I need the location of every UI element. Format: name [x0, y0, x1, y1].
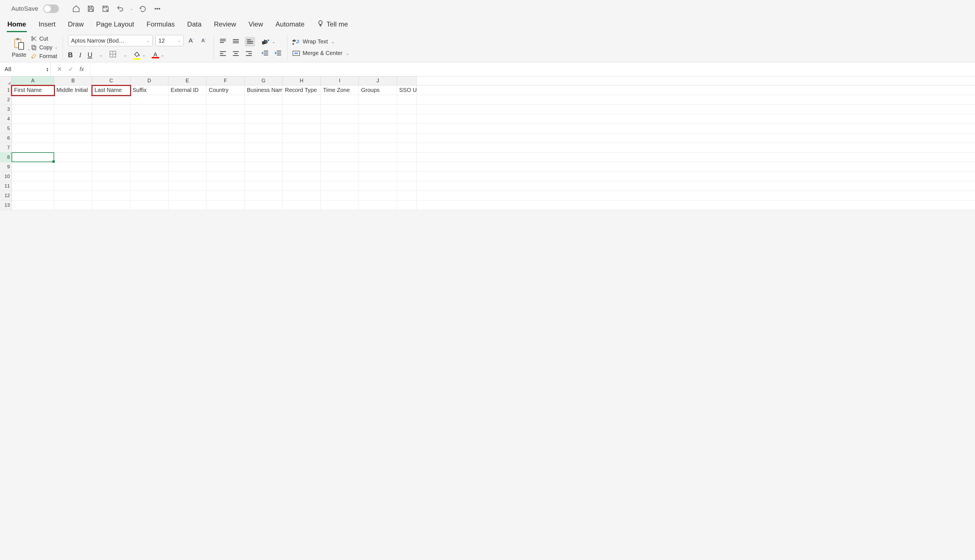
align-top-button[interactable] [219, 38, 227, 45]
cell[interactable] [54, 95, 92, 104]
cell[interactable] [283, 153, 321, 162]
cell[interactable] [130, 172, 169, 181]
cell[interactable] [359, 181, 397, 191]
cell[interactable] [397, 172, 417, 181]
cell[interactable] [397, 95, 417, 104]
cell[interactable] [54, 133, 92, 143]
cell[interactable] [321, 133, 359, 143]
format-painter-button[interactable]: Format [31, 53, 58, 60]
cell[interactable] [130, 124, 169, 133]
cell[interactable]: Business Nam [245, 85, 283, 95]
cell[interactable] [169, 200, 207, 210]
wrap-text-dropdown-icon[interactable]: ⌄ [331, 40, 335, 44]
cell[interactable] [283, 114, 321, 123]
cell[interactable] [12, 95, 54, 104]
cell[interactable] [207, 191, 245, 200]
cell[interactable] [54, 124, 92, 133]
cell[interactable] [321, 153, 359, 162]
cell[interactable] [359, 162, 397, 172]
cell[interactable] [359, 95, 397, 104]
fill-color-dropdown-icon[interactable]: ⌄ [142, 53, 145, 57]
fill-color-button[interactable]: ⌄ [133, 50, 145, 60]
cell[interactable] [54, 143, 92, 152]
cell[interactable] [12, 181, 54, 191]
cancel-formula-button[interactable]: ✕ [57, 66, 62, 73]
undo-button[interactable] [115, 4, 125, 13]
cell[interactable] [92, 133, 130, 143]
undo-dropdown-icon[interactable]: ⌄ [130, 7, 133, 11]
column-header[interactable]: A [12, 77, 54, 85]
cell[interactable] [169, 105, 207, 114]
cell[interactable]: SSO U [397, 85, 417, 95]
cell[interactable] [92, 162, 130, 172]
font-name-select[interactable]: Aptos Narrow (Bod… ⌄ [68, 35, 153, 46]
cell[interactable] [130, 181, 169, 191]
home-icon[interactable] [72, 4, 81, 13]
tab-home[interactable]: Home [7, 18, 27, 32]
decrease-font-button[interactable]: Aˇ [199, 38, 209, 44]
cell[interactable]: Groups [359, 85, 397, 95]
row-header[interactable]: 13 [0, 200, 12, 210]
column-header[interactable]: D [130, 77, 169, 85]
row-header[interactable]: 2 [0, 95, 12, 104]
cell[interactable] [169, 181, 207, 191]
align-right-button[interactable] [245, 50, 253, 58]
cell[interactable] [92, 143, 130, 152]
worksheet-grid[interactable]: ABCDEFGHIJ 1First NameMiddle InitialLast… [0, 77, 975, 210]
cell[interactable] [12, 143, 54, 152]
row-header[interactable]: 11 [0, 181, 12, 191]
cell[interactable] [359, 114, 397, 123]
cell[interactable]: External ID [169, 85, 207, 95]
cell[interactable] [169, 143, 207, 152]
increase-font-button[interactable]: Aˆ [187, 37, 196, 44]
row-header[interactable]: 12 [0, 191, 12, 200]
cell[interactable] [92, 181, 130, 191]
cell[interactable] [359, 124, 397, 133]
cell[interactable] [245, 133, 283, 143]
column-header[interactable]: E [169, 77, 207, 85]
cell[interactable]: Suffix [130, 85, 169, 95]
cell[interactable] [321, 191, 359, 200]
cell[interactable]: Record Type [283, 85, 321, 95]
row-header[interactable]: 6 [0, 133, 12, 143]
paste-dropdown-icon[interactable]: ⌄ [27, 47, 30, 51]
cell[interactable] [169, 153, 207, 162]
tab-draw[interactable]: Draw [67, 18, 84, 32]
formula-input[interactable] [90, 62, 975, 76]
save-as-icon[interactable] [101, 4, 110, 13]
cell[interactable] [130, 105, 169, 114]
cell[interactable] [92, 114, 130, 123]
cell[interactable] [207, 162, 245, 172]
cell[interactable] [12, 162, 54, 172]
underline-dropdown-icon[interactable]: ⌄ [99, 53, 103, 57]
column-header[interactable]: F [207, 77, 245, 85]
cell[interactable] [245, 95, 283, 104]
save-icon[interactable] [86, 4, 96, 13]
cell[interactable] [397, 191, 417, 200]
underline-button[interactable]: U [87, 51, 92, 59]
cell[interactable] [207, 143, 245, 152]
cell[interactable] [359, 153, 397, 162]
column-header[interactable]: B [54, 77, 92, 85]
cell[interactable] [92, 95, 130, 104]
bold-button[interactable]: B [68, 51, 73, 59]
font-color-dropdown-icon[interactable]: ⌄ [161, 53, 164, 57]
cell[interactable] [92, 191, 130, 200]
cell[interactable] [207, 172, 245, 181]
cell[interactable] [207, 114, 245, 123]
cell[interactable] [92, 105, 130, 114]
cell[interactable] [321, 200, 359, 210]
borders-button[interactable] [109, 50, 117, 60]
cell[interactable] [283, 143, 321, 152]
cell[interactable]: Last Name [92, 85, 130, 95]
cell[interactable] [359, 191, 397, 200]
cell[interactable] [92, 200, 130, 210]
cell[interactable] [245, 181, 283, 191]
cell[interactable] [397, 114, 417, 123]
cell[interactable] [130, 153, 169, 162]
cell[interactable] [245, 143, 283, 152]
column-header[interactable] [397, 77, 417, 85]
cell[interactable] [54, 105, 92, 114]
cell[interactable] [130, 114, 169, 123]
cell[interactable] [359, 143, 397, 152]
